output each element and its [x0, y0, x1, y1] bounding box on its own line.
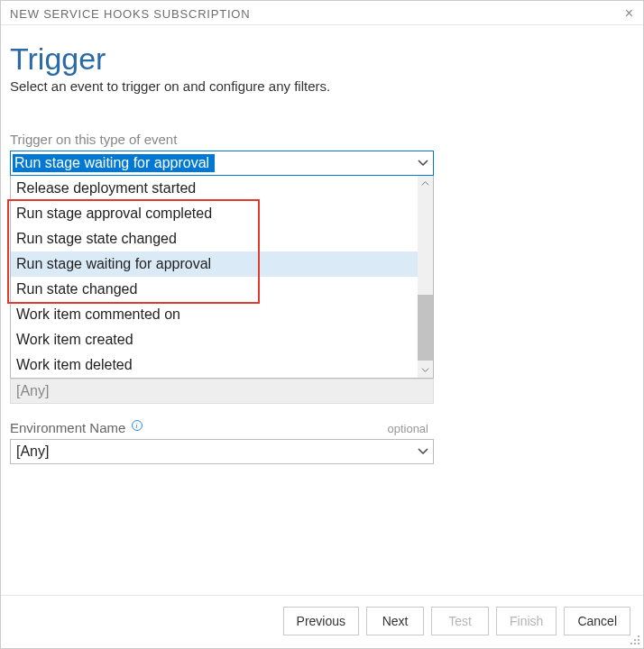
event-type-combo[interactable]: Run stage waiting for approval [10, 151, 434, 176]
scroll-down-icon[interactable] [418, 362, 433, 378]
event-option[interactable]: Run stage state changed [11, 226, 418, 251]
optional-label: optional [387, 422, 428, 435]
event-type-options: Release deployment startedRun stage appr… [11, 176, 433, 378]
resize-grip-icon[interactable] [628, 633, 640, 645]
svg-point-0 [638, 635, 639, 637]
page-heading: Trigger [10, 41, 618, 77]
scroll-up-icon[interactable] [418, 176, 433, 191]
env-label-text: Environment Name [10, 420, 125, 435]
env-combo[interactable]: [Any] [10, 439, 434, 464]
pipeline-value: [Any] [16, 383, 49, 399]
cancel-button[interactable]: Cancel [564, 607, 630, 635]
event-type-value: Run stage waiting for approval [13, 154, 215, 172]
svg-point-5 [638, 643, 639, 644]
test-button: Test [431, 607, 489, 635]
dialog-footer: Previous Next Test Finish Cancel [1, 595, 643, 648]
info-icon[interactable]: i [132, 420, 143, 431]
dialog-title: NEW SERVICE HOOKS SUBSCRIPTION [10, 7, 250, 21]
svg-point-3 [630, 643, 632, 644]
event-option[interactable]: Work item deleted [11, 352, 418, 378]
next-button[interactable]: Next [366, 607, 424, 635]
title-bar: NEW SERVICE HOOKS SUBSCRIPTION × [1, 1, 643, 25]
svg-point-1 [634, 639, 636, 641]
scrollbar-thumb[interactable] [418, 295, 433, 361]
chevron-down-icon[interactable] [413, 446, 433, 457]
env-label-row: Environment Name i optional [10, 420, 434, 435]
chevron-down-icon[interactable] [413, 158, 433, 169]
previous-button[interactable]: Previous [283, 607, 359, 635]
event-option[interactable]: Release deployment started [11, 176, 418, 201]
dialog: NEW SERVICE HOOKS SUBSCRIPTION × Trigger… [0, 0, 644, 649]
env-label: Environment Name i [10, 420, 143, 435]
content-area: Trigger Select an event to trigger on an… [1, 25, 643, 595]
svg-point-2 [638, 639, 639, 641]
page-subdesc: Select an event to trigger on and config… [10, 78, 618, 94]
scrollbar-track[interactable] [418, 176, 433, 378]
close-icon[interactable]: × [625, 6, 634, 21]
event-option[interactable]: Run state changed [11, 277, 418, 302]
event-type-dropdown[interactable]: Release deployment startedRun stage appr… [10, 176, 434, 379]
event-option[interactable]: Run stage approval completed [11, 201, 418, 226]
event-type-label: Trigger on this type of event [10, 132, 618, 147]
pipeline-combo-disabled: [Any] [10, 379, 434, 404]
svg-point-4 [634, 643, 636, 644]
finish-button: Finish [496, 607, 557, 635]
event-option[interactable]: Run stage waiting for approval [11, 251, 418, 277]
event-option[interactable]: Work item created [11, 327, 418, 352]
env-value: [Any] [11, 442, 413, 462]
pipeline-field-block: [Any] [10, 379, 618, 404]
event-option[interactable]: Work item commented on [11, 302, 418, 327]
